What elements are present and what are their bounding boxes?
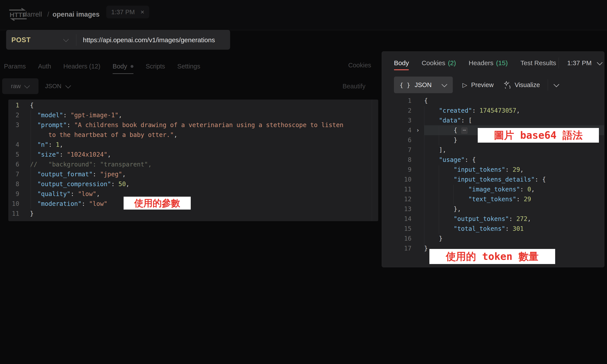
fold-gutter bbox=[412, 145, 424, 155]
collapsed-ellipsis-badge[interactable]: ⋯ bbox=[461, 127, 468, 134]
code-line-content: "output_format": "jpeg", bbox=[19, 169, 378, 179]
tab-params[interactable]: Params bbox=[4, 63, 26, 70]
token-p: , bbox=[531, 186, 535, 193]
response-body-viewer[interactable]: 1{2 "created": 1745473057,3 "data": [4› … bbox=[382, 95, 604, 253]
preview-button[interactable]: ▷ Preview bbox=[462, 81, 494, 89]
code-line: 8 "output_compression": 50, bbox=[8, 179, 378, 189]
chevron-down-icon bbox=[597, 60, 603, 65]
token-p bbox=[424, 107, 439, 114]
fold-gutter bbox=[412, 194, 424, 204]
body-format-selector[interactable]: raw bbox=[2, 78, 39, 94]
line-number: 6 bbox=[382, 135, 412, 145]
annotation-params-used: 使用的參數 bbox=[124, 197, 191, 209]
token-p bbox=[30, 200, 38, 207]
token-p bbox=[30, 151, 38, 158]
tab-settings[interactable]: Settings bbox=[177, 63, 200, 70]
token-p: : bbox=[516, 195, 524, 203]
language-selector[interactable]: JSON bbox=[45, 78, 71, 94]
token-c: // "background": "transparent", bbox=[30, 161, 152, 168]
response-time: 1:37 PM bbox=[567, 59, 592, 67]
fold-chevron-icon[interactable]: › bbox=[412, 125, 424, 135]
token-p: } bbox=[424, 136, 457, 144]
response-tab-cookies[interactable]: Cookies(2) bbox=[422, 59, 456, 67]
response-format-selector[interactable]: { } JSON bbox=[394, 77, 453, 93]
token-p: : bbox=[520, 186, 527, 193]
tab-label: Headers bbox=[468, 59, 493, 67]
response-tab-test-results[interactable]: Test Results bbox=[520, 59, 556, 67]
tab-headers-12-[interactable]: Headers (12) bbox=[64, 63, 100, 70]
visualize-button[interactable]: Visualize bbox=[503, 81, 540, 89]
beautify-button[interactable]: Beautify bbox=[343, 83, 365, 90]
chevron-down-icon bbox=[441, 81, 447, 87]
token-p: : bbox=[82, 200, 89, 207]
url-input[interactable] bbox=[76, 36, 230, 44]
tab-body[interactable]: Body bbox=[113, 63, 133, 70]
tab-label: Body bbox=[113, 63, 127, 70]
token-p: , bbox=[516, 107, 520, 114]
annotation-token-usage: 使用的 token 數量 bbox=[429, 249, 555, 264]
unsaved-dot-icon bbox=[130, 65, 133, 68]
token-p: : bbox=[67, 121, 74, 129]
indent-guide bbox=[31, 110, 31, 209]
token-p bbox=[30, 121, 38, 129]
code-line: 2 "created": 1745473057, bbox=[382, 106, 604, 116]
chevron-down-icon bbox=[63, 36, 69, 42]
breadcrumb-request-name[interactable]: openai images bbox=[52, 11, 100, 18]
divider bbox=[559, 58, 559, 68]
line-number: 2 bbox=[382, 106, 412, 116]
sparkle-icon bbox=[503, 81, 511, 89]
tab-label: Body bbox=[394, 59, 409, 67]
token-p: : bbox=[70, 190, 78, 197]
language-label: JSON bbox=[45, 83, 62, 90]
line-number: 17 bbox=[382, 244, 412, 253]
response-time-selector[interactable]: 1:37 PM bbox=[559, 56, 602, 70]
response-tab-body[interactable]: Body bbox=[394, 59, 409, 67]
token-p bbox=[30, 190, 38, 197]
code-line: 1{ bbox=[8, 100, 378, 110]
token-p: , bbox=[126, 181, 129, 188]
fold-gutter bbox=[412, 224, 424, 234]
tab-scripts[interactable]: Scripts bbox=[146, 63, 165, 70]
tab-label: Auth bbox=[38, 63, 51, 70]
line-number: 16 bbox=[382, 234, 412, 244]
code-line-content: } bbox=[19, 209, 378, 219]
request-tab-chip[interactable]: 1:37 PM × bbox=[106, 6, 149, 18]
code-line-content: "quality": "low", bbox=[19, 189, 378, 199]
token-k: "total_tokens" bbox=[454, 225, 505, 232]
line-number: 6 bbox=[8, 159, 19, 169]
request-body-editor[interactable]: 1{2 "model": "gpt-image-1",3 "prompt": "… bbox=[8, 100, 378, 221]
code-line: 1{ bbox=[382, 96, 604, 106]
chevron-down-icon[interactable] bbox=[554, 81, 559, 87]
token-s: "gpt-image-1" bbox=[70, 112, 118, 119]
token-k: "usage" bbox=[439, 156, 465, 163]
token-p: : bbox=[509, 215, 517, 222]
token-p: { bbox=[424, 127, 461, 134]
cookies-link[interactable]: Cookies bbox=[348, 62, 371, 69]
token-k: "size" bbox=[38, 151, 60, 158]
code-line-content: ], bbox=[424, 145, 604, 155]
app-window: HTTP darrell / openai images 1:37 PM × P… bbox=[0, 0, 607, 364]
code-line: 13 }, bbox=[382, 204, 604, 214]
breadcrumb-workspace[interactable]: darrell bbox=[23, 11, 42, 18]
braces-icon: { } bbox=[400, 82, 410, 88]
tab-auth[interactable]: Auth bbox=[38, 63, 51, 70]
token-p: : bbox=[111, 181, 118, 188]
code-line: 3 "data": [ bbox=[382, 116, 604, 125]
code-line: 5 "size": "1024x1024", bbox=[8, 150, 378, 159]
line-number: 3 bbox=[8, 120, 19, 130]
line-number: 10 bbox=[8, 199, 19, 209]
code-line: 11 "image_tokens": 0, bbox=[382, 184, 604, 194]
token-n: 0 bbox=[527, 186, 531, 193]
method-selector[interactable]: POST bbox=[6, 36, 76, 44]
token-p: , bbox=[107, 151, 111, 158]
fold-gutter bbox=[412, 214, 424, 224]
response-tab-headers[interactable]: Headers(15) bbox=[468, 59, 508, 67]
editor-scrollbar-track[interactable] bbox=[372, 100, 372, 221]
code-line: 8 "usage": { bbox=[382, 155, 604, 165]
close-tab-icon[interactable]: × bbox=[141, 8, 144, 16]
code-line-content: // "background": "transparent", bbox=[19, 159, 378, 169]
token-p: , bbox=[118, 112, 122, 119]
fold-gutter bbox=[412, 155, 424, 165]
token-n: 1 bbox=[56, 141, 60, 148]
token-p bbox=[30, 141, 38, 148]
